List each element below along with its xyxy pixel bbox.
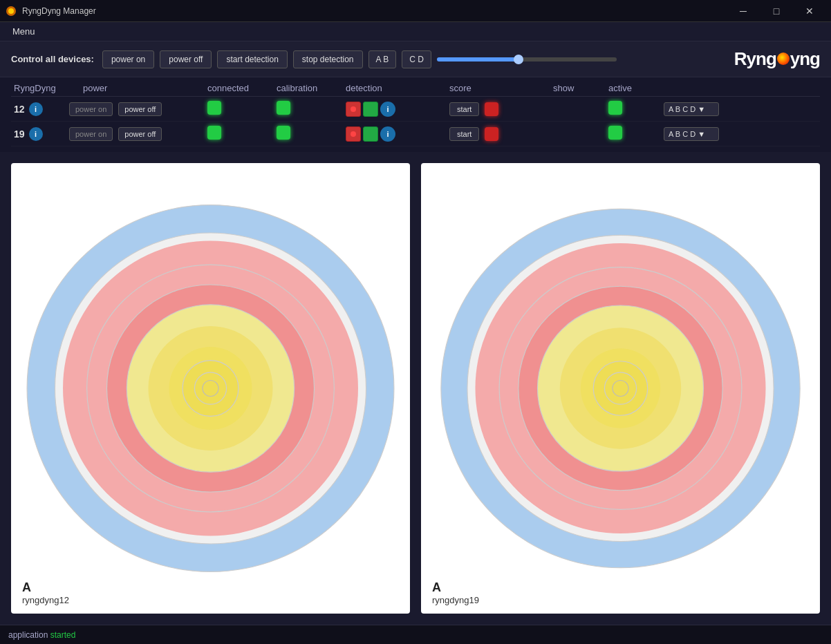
col-show: show bbox=[553, 83, 608, 93]
active-dropdown-19[interactable]: A B C D ▼ A B C D bbox=[664, 127, 754, 141]
col-detection: detection bbox=[346, 83, 449, 93]
cd-button[interactable]: C D bbox=[402, 50, 431, 68]
calib-green-button-12[interactable] bbox=[363, 102, 378, 117]
power-off-button-12[interactable]: power off bbox=[118, 102, 162, 116]
target-letter-19: A bbox=[432, 580, 479, 595]
logo-pre: Ryng bbox=[734, 48, 776, 69]
connected-led-12 bbox=[277, 101, 346, 117]
calibration-controls-19: i bbox=[346, 126, 449, 142]
statusbar: application started bbox=[0, 625, 831, 644]
col-power: power bbox=[69, 83, 207, 93]
show-led-indicator-12 bbox=[608, 101, 622, 115]
power-off-all-button[interactable]: power off bbox=[160, 50, 212, 68]
close-button[interactable]: ✕ bbox=[794, 0, 825, 22]
power-led-indicator-12 bbox=[207, 101, 221, 115]
power-on-button-19[interactable]: power on bbox=[69, 127, 113, 141]
show-led-19 bbox=[608, 126, 664, 142]
detection-led-indicator-12 bbox=[485, 102, 498, 116]
col-active: active bbox=[608, 83, 664, 93]
menu-item[interactable]: Menu bbox=[6, 23, 42, 39]
power-buttons-19: power on power off bbox=[69, 127, 207, 141]
titlebar: RyngDyng Manager ─ □ ✕ bbox=[0, 0, 831, 22]
maximize-button[interactable]: □ bbox=[760, 0, 792, 22]
target-label-19: A ryngdyng19 bbox=[432, 580, 479, 605]
power-buttons-12: power on power off bbox=[69, 102, 207, 116]
calibration-controls-12: i bbox=[346, 102, 449, 117]
device-table: RyngDyng power connected calibration det… bbox=[0, 77, 831, 152]
connected-led-indicator-12 bbox=[277, 101, 290, 115]
toolbar-label: Control all devices: bbox=[11, 54, 94, 64]
power-on-button-12[interactable]: power on bbox=[69, 102, 113, 116]
target-svg-19 bbox=[421, 163, 820, 614]
table-header: RyngDyng power connected calibration det… bbox=[11, 77, 820, 97]
logo-post: yng bbox=[790, 48, 820, 69]
target-label-12: A ryngdyng12 bbox=[22, 580, 69, 605]
svg-point-3 bbox=[351, 131, 356, 137]
active-select-19[interactable]: A B C D ▼ A B C D bbox=[664, 127, 719, 141]
col-score: score bbox=[449, 83, 553, 93]
power-off-button-19[interactable]: power off bbox=[118, 127, 162, 141]
minimize-button[interactable]: ─ bbox=[727, 0, 759, 22]
power-on-all-button[interactable]: power on bbox=[102, 50, 154, 68]
calib-info-button-12[interactable]: i bbox=[380, 102, 395, 117]
power-led-indicator-19 bbox=[207, 126, 221, 140]
calib-green-button-19[interactable] bbox=[363, 126, 378, 142]
col-calibration: calibration bbox=[277, 83, 346, 93]
logo-text: Ryngyng bbox=[734, 48, 820, 69]
device-id-12: 12 i bbox=[14, 102, 69, 116]
detection-controls-19: start bbox=[449, 127, 553, 141]
power-led-19 bbox=[207, 126, 277, 142]
calib-info-button-19[interactable]: i bbox=[380, 126, 395, 142]
svg-point-1 bbox=[8, 8, 14, 14]
table-row: 12 i power on power off i start bbox=[11, 97, 820, 122]
col-ryngdyng: RyngDyng bbox=[14, 83, 69, 93]
calib-red-button-19[interactable] bbox=[346, 126, 361, 142]
status-value: started bbox=[50, 630, 76, 640]
active-dropdown-12[interactable]: A B C D ▼ A B C D bbox=[664, 102, 754, 116]
show-led-12 bbox=[608, 101, 664, 117]
col-connected: connected bbox=[207, 83, 277, 93]
info-button-12[interactable]: i bbox=[29, 102, 43, 116]
ab-button[interactable]: A B bbox=[368, 50, 397, 68]
titlebar-title: RyngDyng Manager bbox=[22, 6, 96, 16]
slider-container bbox=[437, 57, 617, 61]
detection-led-indicator-19 bbox=[485, 127, 498, 141]
toolbar: Control all devices: power on power off … bbox=[0, 41, 831, 77]
target-name-19: ryngdyng19 bbox=[432, 595, 479, 605]
stop-detection-all-button[interactable]: stop detection bbox=[293, 50, 363, 68]
connected-led-indicator-19 bbox=[277, 126, 290, 140]
connected-led-19 bbox=[277, 126, 346, 142]
targets-area: A ryngdyng12 bbox=[0, 152, 831, 625]
logo: Ryngyng bbox=[734, 48, 820, 70]
table-row: 19 i power on power off i start bbox=[11, 122, 820, 146]
active-select-12[interactable]: A B C D ▼ A B C D bbox=[664, 102, 719, 116]
svg-point-14 bbox=[203, 380, 218, 396]
detection-start-button-19[interactable]: start bbox=[449, 127, 479, 141]
device-number-12: 12 bbox=[14, 104, 25, 115]
target-panel-12: A ryngdyng12 bbox=[11, 163, 410, 614]
record-icon bbox=[350, 131, 357, 138]
status-text: application started bbox=[8, 630, 75, 640]
detection-start-button-12[interactable]: start bbox=[449, 102, 479, 116]
show-led-indicator-19 bbox=[608, 126, 622, 140]
target-name-12: ryngdyng12 bbox=[22, 595, 69, 605]
calib-red-button-12[interactable] bbox=[346, 102, 361, 117]
info-button-19[interactable]: i bbox=[29, 127, 43, 141]
svg-point-30 bbox=[613, 380, 628, 396]
start-detection-all-button[interactable]: start detection bbox=[217, 50, 287, 68]
status-label: application bbox=[8, 630, 50, 640]
menubar: Menu bbox=[0, 22, 831, 41]
record-icon bbox=[350, 106, 357, 113]
titlebar-left: RyngDyng Manager bbox=[6, 6, 96, 17]
detection-controls-12: start bbox=[449, 102, 553, 116]
target-svg-12 bbox=[11, 163, 410, 614]
device-id-19: 19 i bbox=[14, 127, 69, 141]
target-letter-12: A bbox=[22, 580, 69, 595]
device-number-19: 19 bbox=[14, 129, 25, 140]
titlebar-controls: ─ □ ✕ bbox=[727, 0, 825, 22]
logo-dot-icon bbox=[777, 53, 790, 65]
power-led-12 bbox=[207, 101, 277, 117]
master-slider[interactable] bbox=[437, 57, 617, 61]
target-panel-19: A ryngdyng19 bbox=[421, 163, 820, 614]
svg-point-2 bbox=[351, 106, 356, 112]
